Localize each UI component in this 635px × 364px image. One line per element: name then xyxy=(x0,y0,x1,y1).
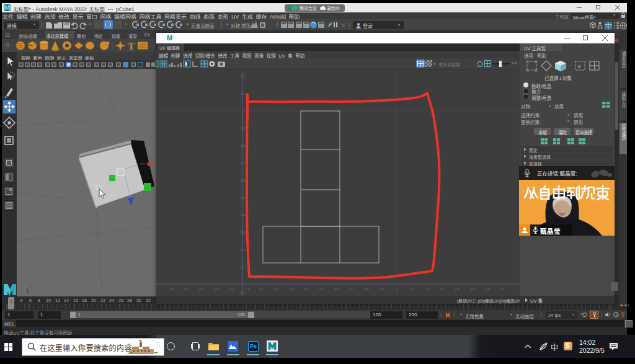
svg-text:0.5: 0.5 xyxy=(241,196,245,200)
svg-text:0.2: 0.2 xyxy=(241,248,245,252)
svg-text:0.1: 0.1 xyxy=(259,287,264,291)
svg-text:0.5: 0.5 xyxy=(319,287,324,291)
svg-text:6: 6 xyxy=(29,298,32,303)
svg-text:1.2: 1.2 xyxy=(425,287,430,291)
svg-text:1.5: 1.5 xyxy=(471,287,475,291)
svg-text:T: T xyxy=(128,40,135,52)
svg-text:1.7: 1.7 xyxy=(500,287,505,291)
svg-text:x: x xyxy=(578,63,581,69)
svg-text:1.1: 1.1 xyxy=(241,92,245,95)
svg-text:0.1: 0.1 xyxy=(241,265,245,269)
svg-text:|: | xyxy=(349,22,350,29)
svg-text:0.8: 0.8 xyxy=(241,144,245,148)
svg-text:1.3: 1.3 xyxy=(440,287,445,291)
svg-text:0.9: 0.9 xyxy=(380,287,384,291)
svg-text:0: 0 xyxy=(248,287,250,291)
svg-text:24: 24 xyxy=(109,298,114,303)
svg-text:0.9: 0.9 xyxy=(241,127,245,130)
svg-text:20: 20 xyxy=(91,298,96,303)
svg-text:0.8: 0.8 xyxy=(365,287,369,291)
svg-text:14: 14 xyxy=(64,298,69,303)
svg-text:-0.1: -0.1 xyxy=(239,291,245,295)
svg-text:12: 12 xyxy=(55,298,60,303)
svg-text:-0.1: -0.1 xyxy=(229,287,234,291)
svg-text:0.6: 0.6 xyxy=(335,287,339,291)
svg-text:16: 16 xyxy=(73,298,78,303)
svg-text:32: 32 xyxy=(146,298,151,303)
svg-text:10: 10 xyxy=(46,298,51,303)
svg-text:1.2: 1.2 xyxy=(241,74,245,78)
svg-text:18: 18 xyxy=(82,298,87,303)
svg-text:-0.4: -0.4 xyxy=(184,287,189,291)
svg-text:22: 22 xyxy=(100,298,105,303)
svg-text:-0.5: -0.5 xyxy=(169,287,174,291)
svg-text:28: 28 xyxy=(127,298,132,303)
svg-text:0.4: 0.4 xyxy=(304,287,309,291)
svg-text:0.7: 0.7 xyxy=(241,161,245,165)
svg-text:>: > xyxy=(342,22,345,29)
svg-text:1: 1 xyxy=(396,287,398,291)
svg-text:30: 30 xyxy=(136,298,141,303)
svg-text:0.7: 0.7 xyxy=(350,287,354,291)
svg-text:1.6: 1.6 xyxy=(486,287,490,291)
svg-text:0.4: 0.4 xyxy=(241,213,245,217)
svg-text:4: 4 xyxy=(20,298,22,303)
svg-text:-0.2: -0.2 xyxy=(214,287,220,291)
svg-text:1: 1 xyxy=(243,109,245,113)
svg-text:0.3: 0.3 xyxy=(290,287,294,291)
svg-text:8: 8 xyxy=(38,298,40,303)
svg-text:1.1: 1.1 xyxy=(410,287,414,291)
svg-text:0.3: 0.3 xyxy=(241,231,245,234)
svg-text:0.2: 0.2 xyxy=(274,287,278,291)
svg-text:26: 26 xyxy=(118,298,123,303)
svg-text:-0.3: -0.3 xyxy=(198,287,204,291)
svg-text:0.6: 0.6 xyxy=(241,179,245,182)
svg-text:1.4: 1.4 xyxy=(455,287,460,291)
